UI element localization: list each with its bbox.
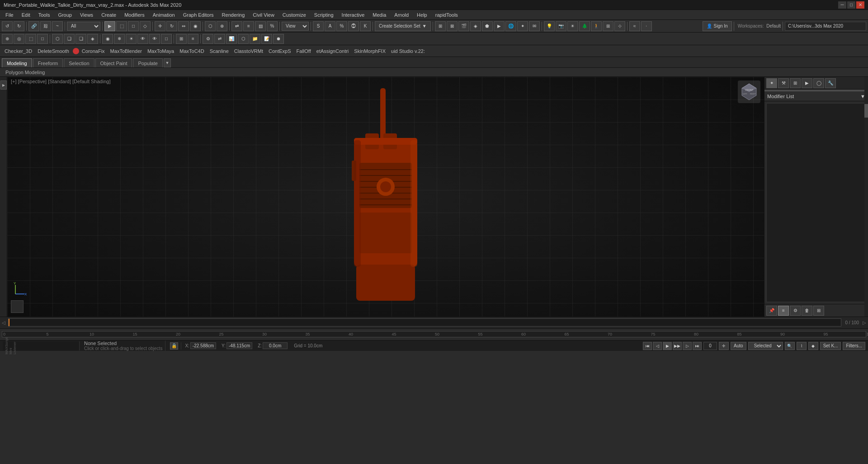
unfreeze-all[interactable]: ☀ <box>126 34 137 44</box>
isolate-select[interactable]: ◉ <box>102 34 113 44</box>
plugin-scanline[interactable]: Scanline <box>208 47 231 55</box>
object-properties[interactable]: ⚙ <box>203 34 213 44</box>
plugin-deletesmooth[interactable]: DeleteSmooth <box>36 47 71 55</box>
quick-render[interactable]: ▶ <box>494 21 505 31</box>
tab-object-paint[interactable]: Object Paint <box>95 58 132 67</box>
utilities-panel-btn[interactable]: 🔧 <box>825 78 836 88</box>
selection-filter[interactable]: ◎ <box>14 34 24 44</box>
effects[interactable]: ✦ <box>517 21 528 31</box>
maximize-button[interactable]: □ <box>847 1 855 9</box>
undo-button[interactable]: ↺ <box>2 21 13 31</box>
plugin-etassign[interactable]: etAssignContri <box>315 47 351 55</box>
menu-scripting[interactable]: Scripting <box>311 10 337 19</box>
angle-snap[interactable]: A <box>325 21 335 31</box>
current-frame-input[interactable] <box>703 342 717 350</box>
tab-selection[interactable]: Selection <box>64 58 94 67</box>
scene-explorer[interactable]: ⊠ <box>447 21 458 31</box>
view-dropdown[interactable]: View <box>282 22 309 31</box>
sun-btn[interactable]: ☀ <box>567 21 578 31</box>
material-editor[interactable]: ◈ <box>470 21 481 31</box>
modifier-pin-btn[interactable]: 📌 <box>766 306 777 316</box>
frame-slider-handle[interactable] <box>9 319 9 326</box>
menu-edit[interactable]: Edit <box>18 10 34 19</box>
set-key-button[interactable]: Set K... <box>820 342 841 350</box>
manage-sel-sets[interactable]: ⊞ <box>176 34 187 44</box>
select-scale-button[interactable]: ⇔ <box>178 21 189 31</box>
plugin-coronafix[interactable]: CoronaFix <box>80 47 107 55</box>
viewport[interactable]: [+] [Perspective] [Standard] [Default Sh… <box>7 77 764 317</box>
y-value[interactable]: -48.115cm <box>226 342 252 349</box>
select-link-button[interactable]: 🔗 <box>28 21 39 31</box>
lights-btn[interactable]: 💡 <box>544 21 555 31</box>
modifier-configure-btn[interactable]: ⚙ <box>790 306 801 316</box>
maxscript-listener[interactable]: MAXScript Mini Listener <box>3 341 80 350</box>
modifier-delete-btn[interactable]: 🗑 <box>802 306 812 316</box>
go-to-end-button[interactable]: ⏭ <box>693 342 702 350</box>
go-to-start-button[interactable]: ⏮ <box>643 342 652 350</box>
plugin-uidstudio[interactable]: uid Studio v.22: <box>389 47 427 55</box>
hive-select[interactable]: ⬡ <box>52 34 63 44</box>
tab-freeform[interactable]: Freeform <box>33 58 63 67</box>
modifier-options-btn[interactable]: ⊞ <box>813 306 824 316</box>
modifier-show-list-btn[interactable]: ≡ <box>778 306 789 316</box>
select-manipulate-button[interactable]: ◉ <box>190 21 201 31</box>
next-frame-button[interactable]: ▷ <box>683 342 692 350</box>
asset-tracking[interactable]: 📁 <box>250 34 260 44</box>
timeline-track[interactable]: 0510152025303540455055606570758085909510… <box>2 331 866 337</box>
align-button[interactable]: ≡ <box>243 21 254 31</box>
add-key-button[interactable]: ✛ <box>719 342 729 350</box>
key-type-button[interactable]: ◆ <box>808 342 818 350</box>
create-selection-set-button[interactable]: Create Selection Set ▼ <box>375 21 431 31</box>
prev-frame-button[interactable]: ◁ <box>653 342 662 350</box>
menu-media[interactable]: Media <box>369 10 390 19</box>
viewport-nav-cube[interactable]: FRONT LEFT RIGHT <box>738 80 760 103</box>
minimize-button[interactable]: ─ <box>838 1 846 9</box>
rect-select-button[interactable]: □ <box>128 21 139 31</box>
tree-btn[interactable]: 🌲 <box>579 21 590 31</box>
track-view[interactable]: 📊 <box>226 34 237 44</box>
grid-btn[interactable]: ⊞ <box>603 21 613 31</box>
scrollbar-thumb[interactable] <box>864 104 868 118</box>
key-mode[interactable]: K <box>360 21 371 31</box>
redo-button[interactable]: ↻ <box>14 21 24 31</box>
environment[interactable]: 🌐 <box>505 21 516 31</box>
walk-btn[interactable]: 🚶 <box>591 21 602 31</box>
hierarchy-panel-btn[interactable]: ⊞ <box>790 78 801 88</box>
filter-dropdown[interactable]: All Geometry Lights Cameras <box>67 22 100 31</box>
select-move-button[interactable]: ✛ <box>155 21 165 31</box>
menu-rendering[interactable]: Rendering <box>218 10 249 19</box>
menu-views[interactable]: Views <box>76 10 97 19</box>
motion-panel-btn[interactable]: ▶ <box>802 78 812 88</box>
render-setup[interactable]: 🎬 <box>458 21 469 31</box>
menu-civil-view[interactable]: Civil View <box>249 10 278 19</box>
sign-in-button[interactable]: 👤 Sign In <box>703 21 732 31</box>
helpers-btn[interactable]: ⊹ <box>614 21 625 31</box>
lock-button[interactable]: 🔒 <box>170 342 178 350</box>
plugin-classtovrmt[interactable]: ClasstoVRMt <box>232 47 265 55</box>
use-pivot-button[interactable]: ⊕ <box>217 21 227 31</box>
menu-arnold[interactable]: Arnold <box>391 10 412 19</box>
menu-rapid-tools[interactable]: rapidTools <box>432 10 462 19</box>
hide-selected[interactable]: 👁 <box>137 34 148 44</box>
play-button[interactable]: ▶ <box>663 342 672 350</box>
search-key-button[interactable]: 🔍 <box>785 342 795 350</box>
unlink-button[interactable]: ⛓ <box>40 21 51 31</box>
close-button[interactable]: ✕ <box>856 1 864 9</box>
nav-cube[interactable]: FRONT LEFT RIGHT <box>738 80 760 103</box>
action-recorder[interactable]: ⏺ <box>273 34 284 44</box>
particle-btn[interactable]: · <box>641 21 652 31</box>
auto-key-button[interactable]: Auto <box>731 342 746 350</box>
layer-button[interactable]: ▤ <box>255 21 266 31</box>
select-button[interactable]: ▶ <box>104 21 115 31</box>
cameras-btn[interactable]: 📷 <box>556 21 566 31</box>
plugin-maxtoc4d[interactable]: MaxToC4D <box>178 47 206 55</box>
menu-graph-editors[interactable]: Graph Editors <box>179 10 217 19</box>
plugin-falloff[interactable]: FallOff <box>295 47 313 55</box>
play-selected-button[interactable]: ▶▶ <box>673 342 682 350</box>
select-all[interactable]: ❑ <box>64 34 75 44</box>
plugin-skinmorph[interactable]: SkinMorphFIX <box>352 47 387 55</box>
tab-populate[interactable]: Populate <box>133 58 162 67</box>
tab-modeling[interactable]: Modeling <box>2 58 32 67</box>
right-panel-scrollbar[interactable] <box>864 77 868 317</box>
manage-layers[interactable]: ⊞ <box>435 21 446 31</box>
